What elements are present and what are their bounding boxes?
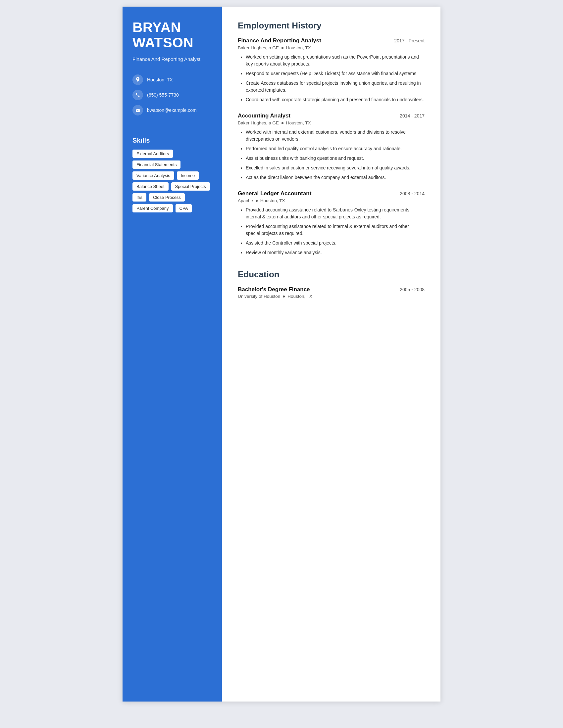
phone-text: (650) 555-7730 — [147, 92, 179, 98]
job-block: General Ledger Accountant2008 - 2014Apac… — [238, 190, 425, 256]
skills-heading: Skills — [132, 137, 212, 144]
skill-tag: Variance Analysis — [132, 171, 174, 180]
job-meta: Apache Houston, TX — [238, 198, 425, 203]
skill-tag: Parent Company — [132, 204, 173, 212]
name-line2: WATSON — [132, 35, 193, 50]
bullet-item: Worked with internal and external custom… — [246, 129, 425, 143]
bullet-item: Performed and led quality control analys… — [246, 145, 425, 152]
job-location: Houston, TX — [260, 198, 285, 203]
email-icon — [132, 105, 143, 115]
skill-tag: Special Projects — [171, 182, 210, 191]
job-company: Apache — [238, 198, 253, 203]
bullet-item: Review of monthly variance analysis. — [246, 249, 425, 256]
job-title: Finance And Reporting Analyst — [238, 37, 321, 44]
edu-degree: Bachelor's Degree Finance — [238, 286, 310, 293]
bullet-item: Assisted the Controller with special pro… — [246, 240, 425, 247]
separator-dot — [256, 200, 258, 202]
edu-container: Bachelor's Degree Finance2005 - 2008Univ… — [238, 286, 425, 299]
job-header: Accounting Analyst2014 - 2017 — [238, 113, 425, 119]
candidate-name: BRYAN WATSON — [132, 20, 212, 50]
edu-meta: University of Houston Houston, TX — [238, 294, 425, 299]
bullet-item: Respond to user requests (Help Desk Tick… — [246, 70, 425, 77]
jobs-container: Finance And Reporting Analyst2017 - Pres… — [238, 37, 425, 256]
employment-heading: Employment History — [238, 21, 425, 31]
job-header: Finance And Reporting Analyst2017 - Pres… — [238, 37, 425, 44]
name-line1: BRYAN — [132, 20, 181, 35]
separator-dot — [283, 296, 285, 297]
sidebar: BRYAN WATSON Finance And Reporting Analy… — [122, 7, 222, 702]
job-title: General Ledger Accountant — [238, 190, 311, 197]
job-location: Houston, TX — [286, 120, 311, 125]
job-bullets: Worked with internal and external custom… — [238, 129, 425, 181]
resume-container: BRYAN WATSON Finance And Reporting Analy… — [122, 7, 441, 702]
contact-section: Houston, TX (650) 555-7730 bwatson@examp… — [132, 74, 212, 120]
edu-block: Bachelor's Degree Finance2005 - 2008Univ… — [238, 286, 425, 299]
bullet-item: Excelled in sales and customer service r… — [246, 164, 425, 171]
candidate-title: Finance And Reporting Analyst — [132, 56, 212, 63]
contact-phone: (650) 555-7730 — [132, 90, 212, 100]
job-dates: 2017 - Present — [394, 38, 425, 43]
skills-section: Skills External AuditorsFinancial Statem… — [132, 137, 212, 212]
job-title: Accounting Analyst — [238, 113, 291, 119]
skill-tag: Ifrs — [132, 193, 146, 202]
education-section: Education Bachelor's Degree Finance2005 … — [238, 269, 425, 299]
job-dates: 2014 - 2017 — [400, 113, 425, 118]
job-bullets: Worked on setting up client presentation… — [238, 54, 425, 103]
job-company: Baker Hughes, a GE — [238, 120, 279, 125]
contact-location: Houston, TX — [132, 74, 212, 85]
edu-location: Houston, TX — [288, 294, 312, 299]
bullet-item: Worked on setting up client presentation… — [246, 54, 425, 68]
skill-tag: External Auditors — [132, 150, 173, 158]
job-dates: 2008 - 2014 — [400, 191, 425, 196]
phone-icon — [132, 90, 143, 100]
job-block: Accounting Analyst2014 - 2017Baker Hughe… — [238, 113, 425, 181]
skill-tag: Close Process — [149, 193, 185, 202]
main-content: Employment History Finance And Reporting… — [222, 7, 441, 702]
job-company: Baker Hughes, a GE — [238, 45, 279, 50]
bullet-item: Coordinated with corporate strategic pla… — [246, 96, 425, 103]
location-text: Houston, TX — [147, 77, 173, 82]
skills-tags: External AuditorsFinancial StatementsVar… — [132, 150, 212, 212]
job-block: Finance And Reporting Analyst2017 - Pres… — [238, 37, 425, 103]
separator-dot — [282, 47, 284, 49]
separator-dot — [282, 122, 284, 124]
bullet-item: Provided accounting assistance related t… — [246, 223, 425, 237]
edu-header: Bachelor's Degree Finance2005 - 2008 — [238, 286, 425, 293]
skill-tag: Balance Sheet — [132, 182, 168, 191]
job-location: Houston, TX — [286, 45, 311, 50]
edu-dates: 2005 - 2008 — [400, 287, 425, 292]
skill-tag: Income — [177, 171, 199, 180]
email-text: bwatson@example.com — [147, 108, 197, 113]
skill-tag: CPA — [175, 204, 192, 212]
location-icon — [132, 74, 143, 85]
bullet-item: Provided accounting assistance related t… — [246, 206, 425, 220]
job-header: General Ledger Accountant2008 - 2014 — [238, 190, 425, 197]
job-bullets: Provided accounting assistance related t… — [238, 206, 425, 256]
contact-email: bwatson@example.com — [132, 105, 212, 115]
skill-tag: Financial Statements — [132, 160, 180, 169]
bullet-item: Act as the direct liaison between the co… — [246, 174, 425, 181]
job-meta: Baker Hughes, a GE Houston, TX — [238, 120, 425, 125]
education-heading: Education — [238, 269, 425, 280]
bullet-item: Assist business units with banking quest… — [246, 155, 425, 162]
bullet-item: Create Access databases for special proj… — [246, 80, 425, 94]
job-meta: Baker Hughes, a GE Houston, TX — [238, 45, 425, 50]
edu-school: University of Houston — [238, 294, 280, 299]
